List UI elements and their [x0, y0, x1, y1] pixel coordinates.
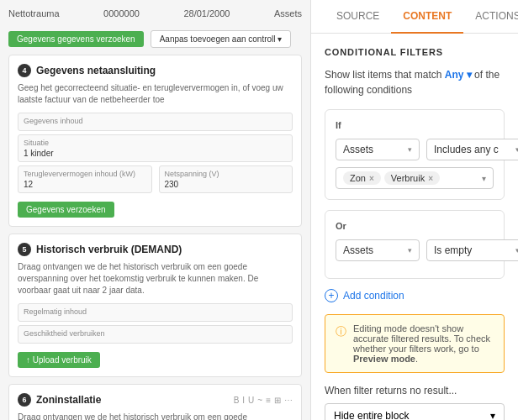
section-historisch: 5 Historisch verbruik (DEMAND) Draag ont…	[8, 234, 302, 377]
right-content: CONDITIONAL FILTERS Show list items that…	[311, 34, 518, 420]
if-select-row: Assets ▾ Includes any c ▾	[336, 139, 494, 160]
add-condition-btn[interactable]: + Add condition	[325, 289, 505, 302]
or-field-select[interactable]: Assets ▾	[336, 239, 420, 261]
tag-verbruik: Verbruik ×	[384, 171, 440, 185]
if-operator-select[interactable]: Includes any c ▾	[426, 139, 518, 160]
gegevens-verzoeken-4-btn[interactable]: Gegevens verzoeken	[18, 202, 114, 218]
field-netspanning: Netspanning (V) 230	[159, 165, 293, 193]
tag-row-chevron: ▾	[482, 174, 486, 183]
tab-source[interactable]: SOURCE	[325, 0, 391, 34]
section-desc-5: Draag ontvangen we de het historisch ver…	[18, 261, 293, 297]
section-title-4: Gegevens netaansluiting	[36, 65, 156, 76]
remove-zon-btn[interactable]: ×	[369, 174, 374, 183]
left-panel: Nettotrauma 0000000 28/01/2000 Assets Ge…	[0, 0, 311, 420]
hide-block-select[interactable]: Hide entire block ▾	[325, 403, 505, 420]
if-tag-row: Zon × Verbruik × ▾	[336, 167, 494, 189]
tab-actions[interactable]: ACTIONS	[463, 0, 518, 34]
if-field-select[interactable]: Assets ▾	[336, 139, 420, 160]
or-select-row: Assets ▾ Is empty ▾	[336, 239, 494, 261]
filter-description: Show list items that match Any ▾ of the …	[325, 67, 505, 97]
section-desc-6: Draag ontvangen we de het historisch ver…	[18, 412, 293, 420]
warning-icon: ⓘ	[336, 324, 346, 339]
toolbar: B I U ~ ≡ ⊞ ⋯	[234, 396, 293, 405]
or-condition-block: Or Assets ▾ Is empty ▾	[325, 210, 505, 279]
or-label: Or	[336, 221, 494, 231]
warning-text: Editing mode doesn't show accurate filte…	[353, 323, 494, 364]
match-type-badge[interactable]: Any ▾	[445, 69, 474, 81]
section-title-5: Historisch verbruik (DEMAND)	[36, 244, 182, 255]
remove-verbruik-btn[interactable]: ×	[428, 174, 433, 183]
warning-box: ⓘ Editing mode doesn't show accurate fil…	[325, 314, 505, 373]
tab-content[interactable]: CONTENT	[391, 0, 463, 34]
hide-block-chevron: ▾	[490, 410, 495, 420]
upload-verbruik-btn[interactable]: ↑ Upload verbruik	[18, 352, 100, 368]
section-num-5: 5	[18, 243, 31, 256]
top-bar: Nettotrauma 0000000 28/01/2000 Assets	[8, 8, 302, 18]
hide-block-label: Hide entire block	[334, 410, 409, 420]
field-gegevens-inhoud: Gegevens inhoud	[18, 113, 293, 131]
section-desc-4: Geeg het gecorrecteend situatie- en teru…	[18, 82, 293, 106]
field-terugleververmogen: Terugleververmogen inhoud (kW) 12	[18, 165, 152, 193]
section-num-6: 6	[18, 393, 31, 407]
field-situatie: Situatie 1 kinder	[18, 134, 293, 162]
no-result-label: When filter returns no result...	[325, 385, 505, 396]
aanpas-toevoegen-btn[interactable]: Aanpas toevoegen aan controll ▾	[151, 30, 292, 48]
if-label: If	[336, 120, 494, 130]
tag-zon: Zon ×	[343, 171, 381, 185]
top-label3: Assets	[274, 8, 302, 18]
or-operator-select[interactable]: Is empty ▾	[426, 239, 518, 261]
tab-bar: SOURCE CONTENT ACTIONS STYLES VISIBILI…	[311, 0, 518, 34]
if-condition-block: If Assets ▾ Includes any c ▾ Zon × Verbr…	[325, 109, 505, 200]
top-label2: 28/01/2000	[183, 8, 230, 18]
add-condition-label: Add condition	[343, 290, 404, 302]
top-label1: Nettotrauma	[8, 8, 60, 18]
section-netaansluiting: 4 Gegevens netaansluiting Geeg het gecor…	[8, 55, 302, 227]
conditional-filters-heading: CONDITIONAL FILTERS	[325, 47, 505, 57]
add-condition-icon: +	[325, 289, 338, 302]
section-num-4: 4	[18, 64, 31, 77]
gegevens-verzoeken-btn[interactable]: Gegevens gegevens verzoeken	[8, 31, 144, 47]
section-zoninstallatie: 6 Zoninstallatie B I U ~ ≡ ⊞ ⋯ Draag ont…	[8, 384, 302, 420]
right-panel: SOURCE CONTENT ACTIONS STYLES VISIBILI… …	[311, 0, 518, 420]
top-val1: 0000000	[103, 8, 140, 18]
field-regelmatig: Regelmatig inhoud	[18, 303, 293, 322]
field-geschiktheid: Geschiktheid verbruiken	[18, 325, 293, 344]
section-title-6: Zoninstallatie	[36, 394, 101, 406]
